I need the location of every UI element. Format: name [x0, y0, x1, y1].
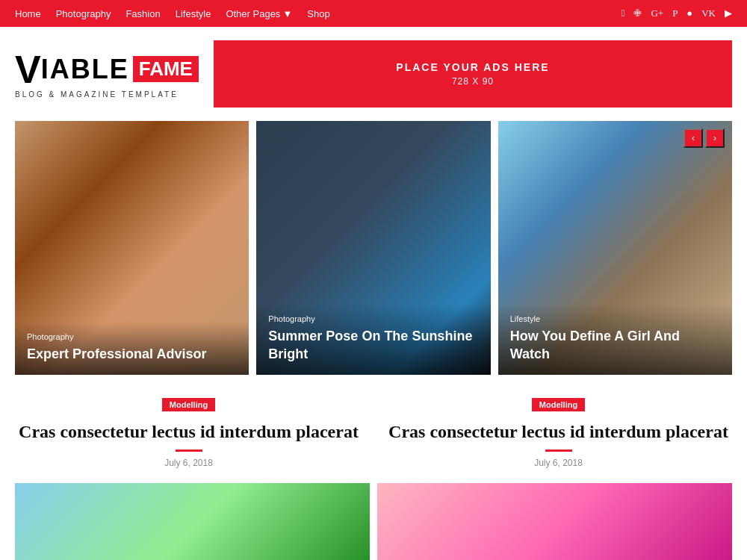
nav-bar: Home Photography Fashion Lifestyle Other…: [0, 0, 747, 27]
instagram-icon[interactable]: ●: [686, 7, 692, 19]
featured-card-3[interactable]: ‹ › Lifestyle How You Define A Girl And …: [498, 121, 732, 375]
featured-row: Photography Expert Professional Advisor …: [15, 121, 732, 375]
googleplus-icon[interactable]: G+: [651, 7, 663, 19]
header: V IABLE FAME BLOG & MAGAZINE TEMPLATE PL…: [0, 27, 747, 121]
card-overlay-1: Photography Expert Professional Advisor: [15, 322, 249, 375]
nav-photography[interactable]: Photography: [56, 8, 111, 19]
card-category-2: Photography: [268, 314, 478, 323]
bottom-image-2: [377, 483, 732, 560]
bottom-image-1: [15, 483, 370, 560]
ad-size: 728 X 90: [452, 76, 494, 87]
card-overlay-3: Lifestyle How You Define A Girl And Watc…: [498, 304, 732, 375]
article-card-1[interactable]: Modelling Cras consectetur lectus id int…: [15, 397, 362, 468]
main-content: Photography Expert Professional Advisor …: [0, 121, 747, 560]
youtube-icon[interactable]: ▶: [725, 7, 732, 19]
article-title-1: Cras consectetur lectus id interdum plac…: [15, 420, 362, 444]
article-card-2[interactable]: Modelling Cras consectetur lectus id int…: [385, 397, 732, 468]
logo: V IABLE FAME BLOG & MAGAZINE TEMPLATE: [15, 50, 199, 99]
card-title-3: How You Define A Girl And Watch: [510, 328, 720, 363]
article-badge-2: Modelling: [532, 398, 585, 411]
featured-card-2[interactable]: Photography Summer Pose On The Sunshine …: [256, 121, 490, 375]
vk-icon[interactable]: VK: [701, 7, 716, 19]
articles-row: Modelling Cras consectetur lectus id int…: [15, 397, 732, 468]
article-badge-1: Modelling: [162, 398, 215, 411]
bottom-row: [15, 483, 732, 560]
ad-banner[interactable]: PLACE YOUR ADS HERE 728 X 90: [214, 40, 732, 108]
ad-title: PLACE YOUR ADS HERE: [396, 61, 549, 73]
article-date-1: July 6, 2018: [15, 458, 362, 468]
card-title-1: Expert Professional Advisor: [27, 346, 237, 363]
card-overlay-2: Photography Summer Pose On The Sunshine …: [256, 304, 490, 375]
nav-shop[interactable]: Shop: [307, 8, 329, 19]
featured-card-1[interactable]: Photography Expert Professional Advisor: [15, 121, 249, 375]
carousel-next-button[interactable]: ›: [705, 128, 725, 148]
chevron-down-icon: ▼: [282, 8, 292, 19]
logo-subtitle: BLOG & MAGAZINE TEMPLATE: [15, 90, 199, 99]
logo-v: V: [15, 50, 41, 89]
nav-home[interactable]: Home: [15, 8, 41, 19]
article-divider-2: [545, 449, 572, 452]
card-category-1: Photography: [27, 332, 237, 341]
nav-lifestyle[interactable]: Lifestyle: [176, 8, 211, 19]
article-divider-1: [176, 449, 202, 452]
nav-other-pages[interactable]: Other Pages ▼: [226, 8, 292, 19]
nav-fashion[interactable]: Fashion: [125, 8, 160, 19]
card-title-2: Summer Pose On The Sunshine Bright: [268, 328, 478, 363]
logo-fame: FAME: [133, 56, 199, 82]
card-category-3: Lifestyle: [510, 314, 720, 323]
article-title-2: Cras consectetur lectus id interdum plac…: [385, 420, 732, 444]
facebook-icon[interactable]: : [622, 7, 625, 19]
logo-iable: IABLE: [41, 56, 129, 83]
carousel-prev-button[interactable]: ‹: [684, 128, 703, 148]
nav-social:  ✙ G+ P ● VK ▶: [622, 7, 732, 19]
carousel-arrows: ‹ ›: [684, 128, 725, 148]
nav-links: Home Photography Fashion Lifestyle Other…: [15, 8, 330, 19]
pinterest-icon[interactable]: P: [672, 7, 678, 19]
article-date-2: July 6, 2018: [385, 458, 732, 468]
twitter-icon[interactable]: ✙: [633, 7, 642, 19]
